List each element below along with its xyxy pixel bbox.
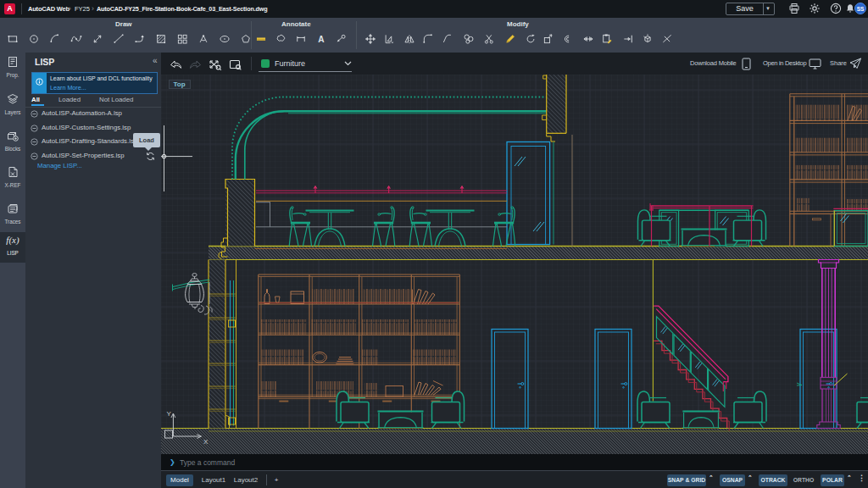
svg-text:f(x): f(x) — [6, 235, 19, 246]
svg-text:A: A — [318, 35, 325, 44]
svg-text:Y: Y — [167, 410, 172, 418]
svg-text:X: X — [203, 438, 209, 446]
